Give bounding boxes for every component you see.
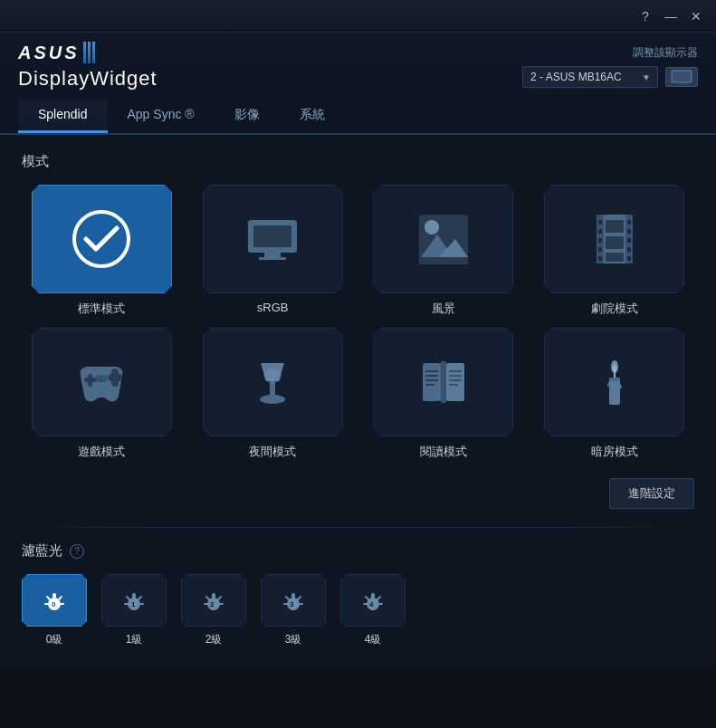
svg-text:0: 0 (52, 600, 56, 608)
advanced-row: 進階設定 (22, 478, 694, 509)
divider (22, 527, 694, 528)
help-icon[interactable]: ? (70, 544, 84, 559)
svg-rect-77 (291, 593, 295, 599)
svg-line-87 (366, 597, 368, 599)
mode-scenery-icon-box (373, 185, 513, 293)
level-1-label: 1級 (126, 632, 143, 647)
advanced-button[interactable]: 進階設定 (609, 478, 694, 509)
title-bar: ? — ✕ (0, 0, 716, 33)
level-4[interactable]: 4 4級 (340, 574, 406, 647)
mode-reading[interactable]: 閱讀模式 (364, 328, 524, 460)
svg-rect-27 (606, 253, 624, 262)
svg-rect-46 (449, 370, 462, 372)
mode-srgb-label: sRGB (257, 301, 289, 314)
monitor-dropdown[interactable]: 2 - ASUS MB16AC 1 - Default Monitor (522, 66, 658, 88)
mode-reading-label: 閱讀模式 (420, 444, 467, 460)
mode-standard[interactable]: 標準模式 (22, 185, 182, 317)
nav-tabs: Splendid App Sync ® 影像 系統 (18, 100, 698, 133)
svg-rect-4 (253, 225, 291, 247)
svg-rect-23 (627, 247, 631, 252)
svg-rect-18 (598, 247, 602, 252)
level-0[interactable]: 0 0級 (22, 574, 87, 647)
svg-rect-41 (441, 361, 446, 403)
mode-srgb[interactable]: sRGB (193, 185, 353, 317)
bluelight-header: 濾藍光 ? (22, 542, 694, 560)
mode-srgb-icon-box (203, 185, 343, 293)
level-2-icon-box: 2 (181, 574, 246, 627)
mode-cinema[interactable]: 劇院模式 (534, 185, 694, 317)
mode-game[interactable]: 遊戲模式 (22, 328, 182, 460)
close-button[interactable]: ✕ (683, 6, 709, 26)
svg-line-67 (138, 597, 141, 599)
header: ASUS DisplayWidget 調整該顯示器 2 - ASUS MB16A… (0, 33, 716, 135)
svg-rect-20 (627, 220, 631, 225)
svg-line-73 (206, 597, 209, 599)
svg-rect-17 (598, 238, 602, 243)
level-0-label: 0級 (46, 632, 63, 647)
svg-rect-5 (264, 253, 281, 257)
mode-reading-icon-box (373, 328, 513, 436)
monitor-label: 調整該顯示器 (633, 45, 698, 61)
mode-darkroom[interactable]: 暗房模式 (534, 328, 694, 460)
mode-cinema-icon-box (544, 185, 684, 293)
asus-logo: ASUS (18, 42, 158, 63)
svg-rect-21 (627, 229, 631, 234)
svg-line-74 (218, 597, 221, 599)
svg-rect-26 (606, 236, 624, 249)
svg-point-54 (613, 365, 616, 372)
app-title: DisplayWidget (18, 67, 158, 91)
svg-rect-29 (88, 374, 92, 387)
modes-section-title: 模式 (22, 153, 694, 170)
svg-rect-0 (672, 71, 692, 82)
svg-line-80 (286, 597, 289, 599)
svg-rect-22 (627, 238, 631, 243)
svg-text:4: 4 (369, 600, 374, 608)
tab-splendid[interactable]: Splendid (18, 100, 108, 133)
mode-grid: 標準模式 sRGB (22, 185, 694, 460)
svg-text:1: 1 (131, 600, 136, 608)
monitor-controls: 調整該顯示器 2 - ASUS MB16AC 1 - Default Monit… (522, 45, 698, 88)
mode-darkroom-icon-box (544, 328, 684, 436)
svg-point-37 (260, 395, 285, 404)
main-content: 模式 標準模式 sRGB (0, 135, 716, 666)
tab-appsync[interactable]: App Sync ® (108, 100, 215, 133)
mode-darkroom-label: 暗房模式 (591, 444, 638, 460)
svg-rect-43 (425, 375, 438, 377)
svg-rect-42 (425, 370, 438, 372)
level-2[interactable]: 2 2級 (181, 574, 246, 647)
svg-rect-63 (132, 593, 136, 599)
svg-line-60 (59, 597, 62, 599)
monitor-select-wrapper[interactable]: 2 - ASUS MB16AC 1 - Default Monitor ▼ (522, 66, 658, 88)
bluelight-title: 濾藍光 (22, 542, 62, 560)
minimize-button[interactable]: — (658, 6, 683, 26)
svg-rect-11 (419, 257, 468, 264)
svg-point-2 (74, 212, 129, 266)
level-0-icon-box: 0 (22, 574, 87, 627)
svg-rect-16 (598, 229, 602, 234)
svg-rect-56 (53, 593, 56, 599)
svg-rect-70 (212, 593, 215, 599)
tab-system[interactable]: 系統 (280, 100, 345, 133)
svg-text:2: 2 (210, 600, 215, 608)
svg-rect-19 (598, 256, 602, 261)
mode-night-icon-box (203, 328, 343, 436)
svg-line-59 (47, 597, 50, 599)
svg-rect-45 (425, 384, 434, 386)
svg-rect-24 (627, 256, 631, 261)
level-3-label: 3級 (285, 632, 302, 647)
mode-standard-label: 標準模式 (78, 301, 125, 317)
mode-night[interactable]: 夜間模式 (193, 328, 353, 460)
tab-video[interactable]: 影像 (215, 100, 280, 133)
level-1[interactable]: 1 1級 (101, 574, 167, 647)
svg-line-66 (127, 597, 129, 599)
mode-scenery[interactable]: 風景 (364, 185, 524, 317)
svg-rect-48 (449, 379, 462, 381)
svg-rect-6 (259, 257, 286, 260)
help-button[interactable]: ? (633, 6, 658, 26)
level-3-icon-box: 3 (261, 574, 326, 627)
svg-rect-49 (449, 384, 458, 386)
svg-rect-40 (446, 363, 464, 401)
svg-rect-34 (96, 375, 107, 382)
svg-point-8 (425, 220, 439, 235)
level-3[interactable]: 3 3級 (261, 574, 326, 647)
